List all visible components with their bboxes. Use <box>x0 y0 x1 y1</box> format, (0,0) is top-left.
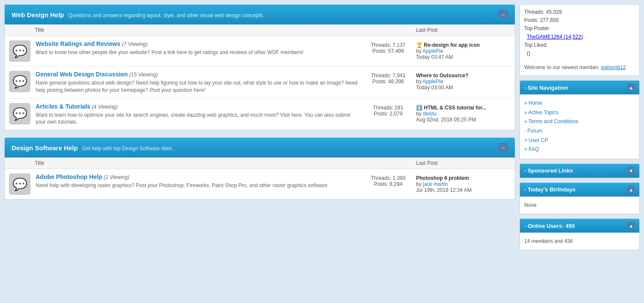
column-headers: Title Last Post <box>5 24 515 36</box>
design-software-help-header: Design Software Help Get help with top D… <box>5 138 515 158</box>
design-col-lastpost: Last Post <box>416 160 510 166</box>
forum-desc-website-ratings: Want to know how other people like your … <box>36 49 360 56</box>
forum-stats-articles: Threads: 281 Posts: 2,079 <box>360 103 416 117</box>
last-post-title-website-ratings: 🏆 Re-design for app icon <box>416 42 510 48</box>
forum-lastpost-general: Where to Outsource? by ApplePie Today 03… <box>416 71 510 91</box>
last-post-author-link-general[interactable]: ApplePie <box>422 79 443 85</box>
section-description: Questions and answers regarding layout, … <box>68 12 264 18</box>
main-content: Web Design Help Questions and answers re… <box>4 4 515 250</box>
forum-icon-general-web-design: 💬 <box>9 71 30 92</box>
forum-viewing-general: (15 Viewing) <box>129 72 158 78</box>
posts-stat-general: Posts: 48,298 <box>360 79 416 85</box>
forum-title-line-adobe: Adobe Photoshop Help (1 Viewing) <box>36 173 360 180</box>
forum-lastpost-adobe: Photoshop 6 problem by jack martin Jul 1… <box>416 173 510 193</box>
forum-title-link-adobe-photoshop[interactable]: Adobe Photoshop Help <box>36 173 102 180</box>
forum-title-line-articles: Articles & Tutorials (4 Viewing) <box>36 103 360 110</box>
last-post-author-link-website-ratings[interactable]: ApplePie <box>422 48 443 54</box>
last-post-author-link-adobe[interactable]: jack martin <box>423 181 448 187</box>
forum-viewing-articles: (4 Viewing) <box>92 104 118 110</box>
forum-row-general-web-design: 💬 General Web Design Discussion (15 View… <box>5 67 515 99</box>
top-liked-label: Top Liked: <box>524 41 635 49</box>
section-header-text: Web Design Help Questions and answers re… <box>12 11 264 18</box>
todays-birthdays-title: - Today's Birthdays <box>524 186 575 193</box>
threads-stat-general: Threads: 7,941 <box>360 73 416 79</box>
todays-birthdays-content: None <box>520 197 639 214</box>
posts-stat: Posts: 57,499 <box>360 48 416 54</box>
top-poster-value: TheGAME1264 (14,522) <box>524 33 635 41</box>
design-software-help-section: Design Software Help Get help with top D… <box>4 137 515 200</box>
sidebar: Threads: 45,029 Posts: 277,650 Top Poste… <box>519 4 640 250</box>
forum-lastpost-website-ratings: 🏆 Re-design for app icon by ApplePie Tod… <box>416 40 510 60</box>
last-post-icon-articles: ℹ️ <box>416 105 422 111</box>
forum-info-adobe-photoshop: Adobe Photoshop Help (1 Viewing) Need he… <box>36 173 360 189</box>
nav-item-active-topics[interactable]: » Active Topics <box>524 108 635 118</box>
top-liked-value: () <box>524 49 635 58</box>
site-navigation-content: » Home » Active Topics » Terms and Condi… <box>520 94 639 159</box>
forum-title-link-general-web-design[interactable]: General Web Design Discussion <box>36 71 128 78</box>
last-post-title-adobe: Photoshop 6 problem <box>416 175 510 181</box>
threads-stat-articles: Threads: 281 <box>360 105 416 111</box>
design-section-title: Design Software Help <box>12 144 78 152</box>
forum-title-line-general: General Web Design Discussion (15 Viewin… <box>36 71 360 78</box>
nav-item-user-cp[interactable]: > User CP <box>524 136 635 145</box>
nav-item-faq[interactable]: > FAQ <box>524 145 635 155</box>
newest-member-link[interactable]: watsonb12 <box>601 64 626 70</box>
forum-info-general-web-design: General Web Design Discussion (15 Viewin… <box>36 71 360 94</box>
col-lastpost: Last Post <box>416 27 510 33</box>
svg-text:💬: 💬 <box>12 177 27 191</box>
birthdays-none: None <box>524 202 537 208</box>
todays-birthdays-header: - Today's Birthdays ▲ <box>520 183 639 197</box>
top-poster-link[interactable]: TheGAME1264 (14,522) <box>527 34 583 40</box>
sponsored-links-header: - Sponsored Links ▼ <box>520 164 639 178</box>
forum-desc-general: Have general questions about web design?… <box>36 79 360 94</box>
section-toggle-button[interactable]: − <box>498 10 508 19</box>
nav-item-home[interactable]: » Home <box>524 99 635 108</box>
forum-icon-articles-tutorials: 💬 <box>9 103 30 124</box>
last-post-author-link-articles[interactable]: delstu <box>423 111 437 117</box>
online-users-count: 14 members and 436 <box>524 238 573 244</box>
sponsored-links-toggle[interactable]: ▼ <box>627 167 635 175</box>
forum-stats-general: Threads: 7,941 Posts: 48,298 <box>360 71 416 85</box>
site-navigation-toggle[interactable]: ▲ <box>627 84 635 91</box>
last-post-by-adobe: by jack martin <box>416 181 510 187</box>
sponsored-links-box: - Sponsored Links ▼ <box>519 164 640 178</box>
last-post-date-adobe: Jul 19th, 2018 12:34 AM <box>416 187 510 193</box>
posts-stat-adobe: Posts: 8,294 <box>360 181 416 187</box>
forum-info-articles-tutorials: Articles & Tutorials (4 Viewing) Want to… <box>36 103 360 126</box>
last-post-by-website-ratings: by ApplePie <box>416 48 510 54</box>
forum-viewing-adobe: (1 Viewing) <box>103 174 129 180</box>
nav-item-forum[interactable]: - Forum <box>524 127 635 136</box>
forum-title-link-website-ratings[interactable]: Website Ratings and Reviews <box>36 40 120 47</box>
site-navigation-title: - Site Navigation <box>524 85 568 91</box>
forum-stats-website-ratings: Threads: 7,137 Posts: 57,499 <box>360 40 416 54</box>
design-column-headers: Title Last Post <box>5 158 515 169</box>
design-col-title: Title <box>9 160 360 166</box>
online-users-toggle[interactable]: ▲ <box>627 222 635 230</box>
online-users-header: - Online Users: 450 ▲ <box>520 219 639 233</box>
threads-stat-global: Threads: 45,029 <box>524 8 635 16</box>
forum-title-link-articles-tutorials[interactable]: Articles & Tutorials <box>36 103 90 110</box>
forum-row-website-ratings: 💬 Website Ratings and Reviews (7 Viewing… <box>5 36 515 67</box>
forum-viewing-website-ratings: (7 Viewing) <box>122 41 148 47</box>
online-users-content: 14 members and 436 <box>520 233 639 250</box>
nav-item-terms[interactable]: » Terms and Conditions <box>524 117 635 127</box>
sponsored-links-title: - Sponsored Links <box>524 167 573 174</box>
design-section-toggle-button[interactable]: − <box>498 143 508 152</box>
svg-text:💬: 💬 <box>12 75 27 89</box>
last-post-by-general: by ApplePie <box>416 79 510 85</box>
section-title: Web Design Help <box>12 11 64 18</box>
design-section-header-text: Design Software Help Get help with top D… <box>12 144 173 152</box>
posts-stat-global: Posts: 277,650 <box>524 16 635 24</box>
site-navigation-box: - Site Navigation ▲ » Home » Active Topi… <box>519 80 640 159</box>
web-design-help-header: Web Design Help Questions and answers re… <box>5 5 515 24</box>
stats-content: Threads: 45,029 Posts: 277,650 Top Poste… <box>520 5 639 61</box>
design-col-threads-header <box>360 160 416 166</box>
top-poster-label: Top Poster: <box>524 24 635 33</box>
todays-birthdays-toggle[interactable]: ▲ <box>627 186 635 194</box>
online-users-title: - Online Users: 450 <box>524 223 575 229</box>
forum-icon-adobe-photoshop: 💬 <box>9 173 30 195</box>
last-post-by-articles: by delstu <box>416 111 510 117</box>
welcome-text: Welcome to our newest member, watsonb12 <box>520 61 639 76</box>
last-post-title-articles: ℹ️ HTML & CSS tutorial for... <box>416 105 510 111</box>
last-post-date-website-ratings: Today 03:47 AM <box>416 54 510 60</box>
